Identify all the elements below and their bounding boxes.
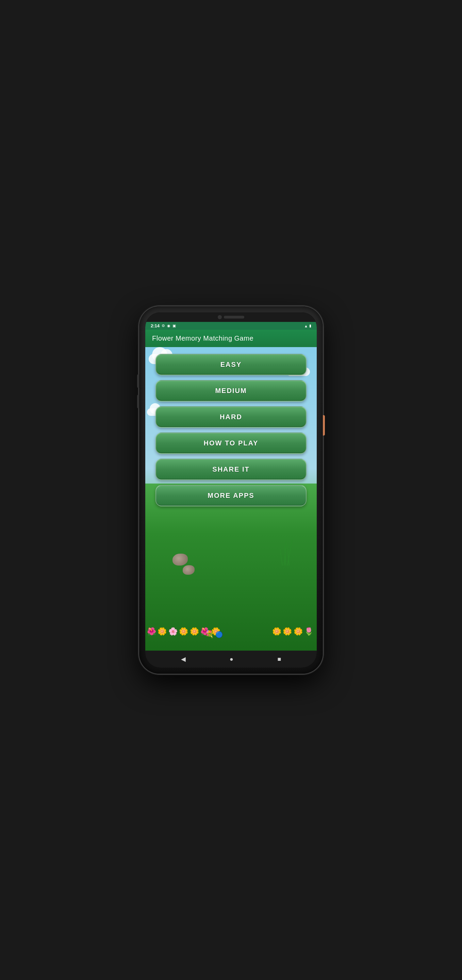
notch-bar [145, 312, 317, 322]
app-header: Flower Memory Matching Game [145, 330, 317, 347]
camera-icon [218, 315, 222, 319]
share-it-button[interactable]: SHARE IT [156, 459, 306, 480]
side-button[interactable] [323, 415, 325, 436]
main-content: EASY MEDIUM HARD HOW TO PLAY SHARE IT MO… [145, 347, 317, 651]
flower-blue: 💐 [205, 630, 214, 638]
rock-2 [183, 565, 195, 575]
flower-white-right-1: 🌼 [272, 627, 281, 636]
battery-icon: ▮ [309, 324, 311, 328]
buttons-area: EASY MEDIUM HARD HOW TO PLAY SHARE IT MO… [145, 347, 317, 513]
phone-screen: 2:14 ⚙ ◉ ▣ ▲ ▮ Flower Memory Matching Ga… [145, 312, 317, 668]
phone-frame: 2:14 ⚙ ◉ ▣ ▲ ▮ Flower Memory Matching Ga… [139, 306, 323, 674]
home-button[interactable]: ● [230, 656, 233, 663]
more-apps-button[interactable]: MORE APPS [156, 485, 306, 506]
flower-red: 🌺 [147, 627, 156, 636]
clock-icon: ◉ [167, 324, 170, 328]
flower-white-3: 🌼 [190, 627, 199, 636]
flower-white-right-2: 🌼 [283, 627, 292, 636]
flower-group-right: 🌼 🌼 🌼 🌷 [272, 628, 313, 635]
app-title: Flower Memory Matching Game [152, 334, 310, 342]
flower-group-center: 💐 🔵 [205, 630, 223, 638]
flower-tulip: 🌷 [304, 627, 313, 636]
signal-icon: ▲ [304, 324, 308, 328]
back-button[interactable]: ◀ [181, 655, 186, 663]
easy-button[interactable]: EASY [156, 354, 306, 375]
tall-grass [282, 538, 289, 566]
flower-blue-small: 🔵 [215, 631, 223, 638]
flower-red-2: 🌸 [168, 627, 178, 636]
status-bar: 2:14 ⚙ ◉ ▣ ▲ ▮ [145, 322, 317, 330]
medium-button[interactable]: MEDIUM [156, 380, 306, 401]
hard-button[interactable]: HARD [156, 406, 306, 428]
nav-bar: ◀ ● ■ [145, 651, 317, 668]
volume-up-button[interactable] [137, 374, 139, 388]
flower-white-2: 🌼 [179, 627, 188, 636]
speaker-icon [224, 316, 244, 318]
flower-white-1: 🌼 [157, 627, 167, 636]
recent-button[interactable]: ■ [277, 656, 281, 663]
status-right-icons: ▲ ▮ [304, 324, 311, 328]
grass-blade [284, 547, 286, 566]
volume-down-button[interactable] [137, 395, 139, 408]
sd-icon: ▣ [173, 324, 176, 328]
how-to-play-button[interactable]: HOW TO PLAY [156, 433, 306, 454]
status-time: 2:14 [151, 323, 160, 328]
settings-icon: ⚙ [162, 324, 165, 328]
flower-white-right-3: 🌼 [294, 627, 303, 636]
